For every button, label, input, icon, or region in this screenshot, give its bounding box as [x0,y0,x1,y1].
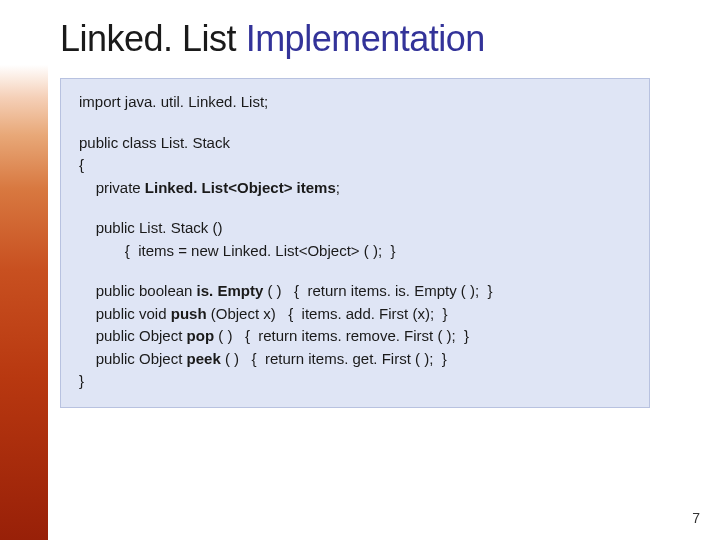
code-line: public List. Stack () [79,217,631,240]
slide-title: Linked. List Implementation [60,18,690,60]
blank-line [79,114,631,132]
code-line: public Object peek ( ) { return items. g… [79,348,631,371]
code-line: public Object pop ( ) { return items. re… [79,325,631,348]
code-line: public class List. Stack [79,132,631,155]
code-bold: peek [187,350,221,367]
title-text-highlight: Implementation [246,18,485,59]
code-line: public void push (Object x) { items. add… [79,303,631,326]
code-line: private Linked. List<Object> items; [79,177,631,200]
code-line: { items = new Linked. List<Object> ( ); … [79,240,631,263]
code-line: { [79,154,631,177]
left-accent-bar [0,0,48,540]
code-line: } [79,370,631,393]
code-bold: Linked. List<Object> items [145,179,336,196]
title-text-main: Linked. List [60,18,246,59]
code-bold: is. Empty [197,282,264,299]
code-line: import java. util. Linked. List; [79,91,631,114]
blank-line [79,262,631,280]
page-number: 7 [692,510,700,526]
blank-line [79,199,631,217]
code-bold: push [171,305,207,322]
code-box: import java. util. Linked. List; public … [60,78,650,408]
code-line: public boolean is. Empty ( ) { return it… [79,280,631,303]
slide-content: Linked. List Implementation import java.… [60,18,690,408]
code-bold: pop [187,327,215,344]
